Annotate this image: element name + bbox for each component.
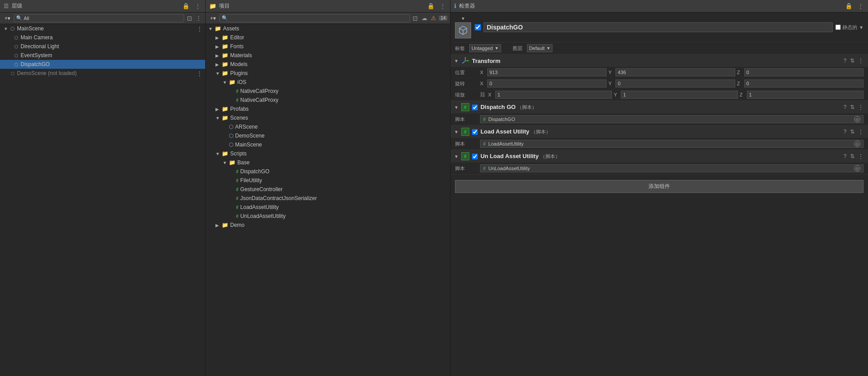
editor-label: Editor — [230, 34, 244, 41]
scale-x-input[interactable]: 1 — [495, 91, 612, 99]
static-dropdown-arrow[interactable]: ▼ — [859, 25, 864, 30]
unload-asset-target-btn[interactable]: ◎ — [854, 165, 860, 171]
mainscene-more[interactable]: ⋮ — [194, 25, 205, 32]
unload-asset-help-btn[interactable]: ? — [843, 153, 847, 159]
materials-folder-icon: 📁 — [222, 52, 228, 58]
hierarchy-item-mainscene[interactable]: ▼ ⬡ MainScene ⋮ — [0, 24, 205, 33]
proj-item-fileutility[interactable]: # FileUtility — [206, 176, 450, 185]
unload-asset-script-name: UnLoadAssetUtility — [489, 166, 530, 171]
position-label: 位置 — [455, 69, 477, 76]
base-folder-icon: 📁 — [229, 159, 236, 166]
transform-component-header[interactable]: ▼ Transform ? — [451, 54, 868, 67]
project-view-btn[interactable]: ⊡ — [412, 15, 419, 21]
dispatch-go-help-btn[interactable]: ? — [843, 104, 847, 110]
proj-item-nativecallproxy1[interactable]: # NativeCallProxy — [206, 87, 450, 96]
project-collab-btn[interactable]: ☁ — [421, 15, 428, 21]
transform-more-btn[interactable]: ⋮ — [857, 58, 864, 64]
hierarchy-extra-btn[interactable]: ⋮ — [195, 15, 202, 21]
project-search-input[interactable] — [229, 16, 408, 21]
dispatch-go-checkbox[interactable] — [472, 104, 478, 110]
proj-item-demoscene[interactable]: ⬡ DemoScene — [206, 131, 450, 140]
scale-label: 缩放 — [455, 92, 477, 98]
proj-item-fonts[interactable]: ▶ 📁 Fonts — [206, 42, 450, 51]
hierarchy-item-directionallight[interactable]: ⬡ Directional Light — [0, 42, 205, 51]
unload-asset-utility-header[interactable]: ▼ # Un Load Asset Utility （脚本） ? ⇅ ⋮ — [451, 150, 868, 163]
proj-item-arscene[interactable]: ⬡ ARScene — [206, 122, 450, 131]
load-asset-more-btn[interactable]: ⋮ — [857, 129, 864, 135]
inspector-lock-btn[interactable]: 🔒 — [844, 3, 853, 9]
proj-item-jsondatacontract[interactable]: # JsonDataContractJsonSerializer — [206, 194, 450, 203]
hierarchy-item-dispatchgo[interactable]: ⬡ DispatchGO — [0, 60, 205, 69]
hierarchy-more-btn[interactable]: ⋮ — [194, 3, 202, 9]
rot-x-input[interactable]: 0 — [487, 79, 607, 88]
hierarchy-search-input[interactable] — [24, 16, 182, 21]
scale-y-input[interactable]: 1 — [621, 91, 737, 99]
proj-item-materials[interactable]: ▶ 📁 Materials — [206, 51, 450, 60]
nativecallproxy2-label: NativeCallProxy — [240, 97, 278, 103]
layer-dropdown[interactable]: Default ▼ — [527, 44, 553, 52]
scale-link-icon[interactable]: ⛓ — [480, 92, 485, 98]
hierarchy-add-btn[interactable]: +▾ — [3, 15, 12, 22]
project-warn-btn[interactable]: ⚠ — [430, 15, 437, 21]
proj-item-ios[interactable]: ▼ 📁 iOS — [206, 78, 450, 87]
proj-item-dispatchgo-s[interactable]: # DispatchGO — [206, 167, 450, 176]
object-name-input[interactable]: DispatchGO — [484, 22, 833, 32]
unloadassetutility-label: UnLoadAssetUtility — [240, 213, 286, 219]
pos-z-input[interactable]: 0 — [744, 68, 864, 76]
proj-item-mainscene[interactable]: ⬡ MainScene — [206, 140, 450, 149]
proj-item-assets[interactable]: ▼ 📁 Assets — [206, 24, 450, 33]
load-asset-help-btn[interactable]: ? — [843, 129, 847, 135]
inspector-more-btn[interactable]: ⋮ — [857, 3, 864, 9]
proj-item-loadassetutility[interactable]: # LoadAssetUtility — [206, 203, 450, 212]
hierarchy-item-maincamera[interactable]: ⬡ Main Camera — [0, 33, 205, 42]
profabs-label: Profabs — [230, 106, 249, 112]
dispatch-go-settings-btn[interactable]: ⇅ — [849, 104, 855, 110]
mainscene-proj-icon: ⬡ — [229, 142, 233, 148]
static-checkbox[interactable] — [835, 25, 841, 30]
pos-y-input[interactable]: 436 — [615, 68, 735, 76]
transform-help-btn[interactable]: ? — [843, 58, 847, 64]
proj-item-nativecallproxy2[interactable]: # NativeCallProxy — [206, 96, 450, 104]
dispatch-go-target-btn[interactable]: ◎ — [854, 116, 860, 122]
unload-asset-settings-btn[interactable]: ⇅ — [849, 153, 855, 159]
hierarchy-item-demoscene[interactable]: ▼ ⬡ DemoScene (not loaded) ⋮ — [0, 69, 205, 78]
object-active-checkbox[interactable] — [475, 24, 481, 30]
load-asset-utility-header[interactable]: ▼ # Load Asset Utility （脚本） ? ⇅ ⋮ — [451, 125, 868, 138]
object-collapse-arrow[interactable]: ▼ — [461, 16, 465, 21]
proj-item-profabs[interactable]: ▶ 📁 Profabs — [206, 104, 450, 113]
proj-item-plugins[interactable]: ▼ 📁 Plugins — [206, 69, 450, 78]
transform-scale-xyz: ⛓ X 1 Y 1 Z 1 — [480, 91, 864, 99]
load-asset-settings-btn[interactable]: ⇅ — [849, 129, 855, 135]
tag-dropdown[interactable]: Untagged ▼ — [469, 44, 501, 52]
nativecallproxy1-label: NativeCallProxy — [240, 88, 278, 94]
dispatch-go-more-btn[interactable]: ⋮ — [857, 104, 864, 110]
proj-item-gesturecontroller[interactable]: # GestureController — [206, 185, 450, 194]
dispatch-go-component-header[interactable]: ▼ # Dispatch GO （脚本） ? ⇅ ⋮ — [451, 101, 868, 113]
proj-item-base[interactable]: ▼ 📁 Base — [206, 158, 450, 167]
rot-z-input[interactable]: 0 — [744, 79, 864, 88]
scale-z-input[interactable]: 1 — [747, 91, 864, 99]
proj-item-scenes[interactable]: ▼ 📁 Scenes — [206, 113, 450, 122]
rot-y-input[interactable]: 0 — [615, 79, 735, 88]
demoscene-more[interactable]: ⋮ — [194, 70, 205, 77]
project-more-btn[interactable]: ⋮ — [439, 3, 447, 9]
load-asset-title: Load Asset Utility （脚本） — [480, 128, 840, 135]
search-icon: 🔍 — [16, 15, 22, 21]
proj-item-editor[interactable]: ▶ 📁 Editor — [206, 33, 450, 42]
unload-asset-more-btn[interactable]: ⋮ — [857, 153, 864, 159]
load-asset-checkbox[interactable] — [472, 129, 478, 135]
hierarchy-focus-btn[interactable]: ⊡ — [186, 15, 193, 21]
proj-item-unloadassetutility[interactable]: # UnLoadAssetUtility — [206, 212, 450, 221]
add-component-button[interactable]: 添加组件 — [455, 180, 864, 193]
pos-x-input[interactable]: 913 — [487, 68, 607, 76]
load-asset-target-btn[interactable]: ◎ — [854, 141, 860, 147]
hierarchy-lock-btn[interactable]: 🔒 — [181, 3, 190, 9]
hierarchy-item-eventsystem[interactable]: ⬡ EventSystem — [0, 51, 205, 60]
project-lock-btn[interactable]: 🔒 — [426, 3, 435, 9]
project-add-btn[interactable]: +▾ — [208, 15, 218, 22]
proj-item-scripts[interactable]: ▼ 📁 Scripts — [206, 149, 450, 158]
proj-item-demo[interactable]: ▶ 📁 Demo — [206, 221, 450, 230]
transform-settings-btn[interactable]: ⇅ — [849, 58, 855, 64]
unload-asset-checkbox[interactable] — [472, 154, 478, 159]
proj-item-models[interactable]: ▶ 📁 Models — [206, 60, 450, 69]
